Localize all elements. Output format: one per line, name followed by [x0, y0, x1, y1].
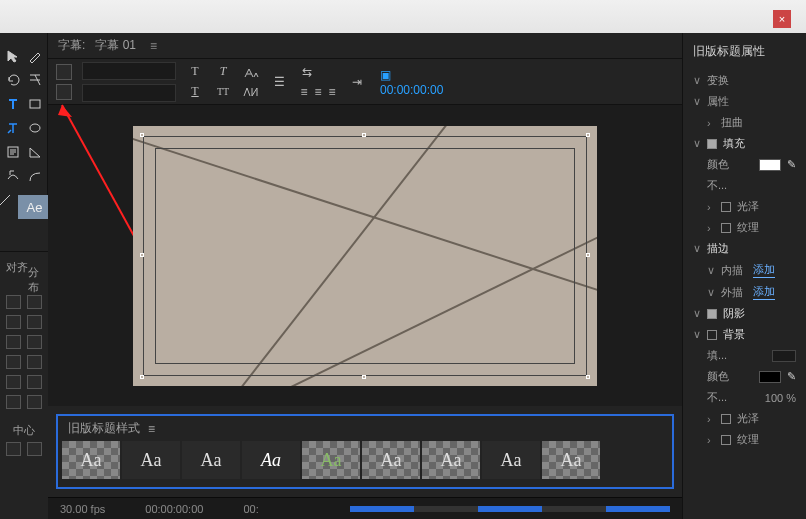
anchor-tool[interactable]	[26, 71, 44, 89]
style-swatch[interactable]: Aa	[362, 441, 420, 479]
align-btn[interactable]	[27, 335, 42, 349]
twisty-icon[interactable]: ∨	[693, 242, 701, 255]
styles-menu-icon[interactable]: ≡	[148, 422, 155, 436]
ellipse-tool[interactable]	[26, 119, 44, 137]
align-btn[interactable]	[27, 315, 42, 329]
add-outer-stroke[interactable]: 添加	[753, 284, 775, 300]
pen-tool[interactable]	[26, 47, 44, 65]
shadow-checkbox[interactable]	[707, 309, 717, 319]
arc-tool[interactable]	[26, 167, 44, 185]
strokes-group[interactable]: 描边	[707, 241, 729, 256]
tab-icon[interactable]: ⇥	[348, 74, 366, 90]
opacity-value[interactable]: 100 %	[765, 392, 796, 404]
canvas-area[interactable]	[48, 105, 682, 406]
style-swatch[interactable]: Aa	[122, 441, 180, 479]
align-right-icon[interactable]: ≡	[326, 84, 338, 100]
tracking-icon[interactable]: ⇆	[298, 64, 316, 80]
color-swatch[interactable]	[759, 159, 781, 171]
rectangle-tool[interactable]	[26, 95, 44, 113]
fill-group[interactable]: 填充	[723, 136, 745, 151]
twisty-icon[interactable]: ∨	[693, 95, 701, 108]
sheen-item[interactable]: 光泽	[737, 199, 759, 214]
selection-tool[interactable]	[4, 47, 22, 65]
texture-checkbox[interactable]	[721, 435, 731, 445]
rotate-tool[interactable]	[4, 71, 22, 89]
bg-color-swatch[interactable]	[759, 371, 781, 383]
twisty-icon[interactable]: ›	[707, 201, 715, 213]
area-type-tool[interactable]	[4, 143, 22, 161]
sheen-checkbox[interactable]	[721, 414, 731, 424]
kerning-icon[interactable]	[242, 84, 260, 100]
type-tool[interactable]	[4, 95, 22, 113]
twisty-icon[interactable]: ∨	[693, 328, 701, 341]
timeline-ruler[interactable]	[350, 506, 670, 512]
font-style-select[interactable]	[82, 84, 176, 102]
style-swatch[interactable]: Aa	[182, 441, 240, 479]
twisty-icon[interactable]: ∨	[693, 74, 701, 87]
align-btn[interactable]	[27, 295, 42, 309]
filltype-select[interactable]	[772, 350, 796, 362]
eyedropper-icon[interactable]: ✎	[787, 158, 796, 171]
twisty-icon[interactable]: ›	[707, 222, 715, 234]
bg-sheen-item[interactable]: 光泽	[737, 411, 759, 426]
style-swatch[interactable]: Aa	[302, 441, 360, 479]
twisty-icon[interactable]: ∨	[707, 264, 715, 277]
align-btn[interactable]	[6, 395, 21, 409]
subtitle-menu-icon[interactable]: ≡	[150, 39, 157, 53]
template-icon[interactable]	[56, 64, 72, 80]
style-swatch[interactable]: Aa	[542, 441, 600, 479]
style-swatch[interactable]: Aa	[242, 441, 300, 479]
style-swatch[interactable]: Aa	[422, 441, 480, 479]
align-btn[interactable]	[27, 375, 42, 389]
italic-icon[interactable]: T	[214, 64, 232, 80]
smallcaps-icon[interactable]: TT	[214, 84, 232, 100]
align-btn[interactable]	[6, 315, 21, 329]
align-btn[interactable]	[6, 295, 21, 309]
timecode[interactable]: 00:00:00:00	[380, 83, 443, 97]
twisty-icon[interactable]: ›	[707, 117, 715, 129]
distort-item[interactable]: 扭曲	[721, 115, 743, 130]
attributes-group[interactable]: 属性	[707, 94, 729, 109]
underline-icon[interactable]: T	[186, 84, 204, 100]
style-swatch[interactable]: Aa	[482, 441, 540, 479]
shadow-group[interactable]: 阴影	[723, 306, 745, 321]
twisty-icon[interactable]: ∨	[693, 307, 701, 320]
align-btn[interactable]	[6, 375, 21, 389]
texture-checkbox[interactable]	[721, 223, 731, 233]
leading-icon[interactable]: ☰	[270, 74, 288, 90]
texture-item[interactable]: 纹理	[737, 220, 759, 235]
transform-group[interactable]: 变换	[707, 73, 729, 88]
center-h-btn[interactable]	[6, 442, 21, 456]
video-frame	[133, 126, 597, 386]
twisty-icon[interactable]: ∨	[693, 137, 701, 150]
center-v-btn[interactable]	[27, 442, 42, 456]
size-icon[interactable]	[242, 64, 260, 80]
twisty-icon[interactable]: ›	[707, 413, 715, 425]
bg-texture-item[interactable]: 纹理	[737, 432, 759, 447]
style-swatch[interactable]: Aa	[62, 441, 120, 479]
align-btn[interactable]	[27, 395, 42, 409]
background-checkbox[interactable]	[707, 330, 717, 340]
video-toggle-icon[interactable]: ▣	[376, 67, 394, 83]
align-btn[interactable]	[6, 335, 21, 349]
eyedropper-icon[interactable]: ✎	[787, 370, 796, 383]
fill-checkbox[interactable]	[707, 139, 717, 149]
align-center-icon[interactable]: ≡	[312, 84, 324, 100]
sheen-checkbox[interactable]	[721, 202, 731, 212]
background-group[interactable]: 背景	[723, 327, 745, 342]
template-icon[interactable]	[56, 84, 72, 100]
twisty-icon[interactable]: ∨	[707, 286, 715, 299]
font-family-select[interactable]	[82, 62, 176, 80]
style-thumb[interactable]: Ae	[18, 195, 52, 219]
bold-icon[interactable]: T	[186, 64, 204, 80]
add-inner-stroke[interactable]: 添加	[753, 262, 775, 278]
twisty-icon[interactable]: ›	[707, 434, 715, 446]
align-left-icon[interactable]: ≡	[298, 84, 310, 100]
align-btn[interactable]	[27, 355, 42, 369]
path-type-tool[interactable]	[4, 167, 22, 185]
vertical-type-tool[interactable]	[4, 119, 22, 137]
line-tool[interactable]	[0, 191, 14, 209]
close-icon[interactable]: ×	[773, 10, 791, 28]
wedge-tool[interactable]	[26, 143, 44, 161]
align-btn[interactable]	[6, 355, 21, 369]
